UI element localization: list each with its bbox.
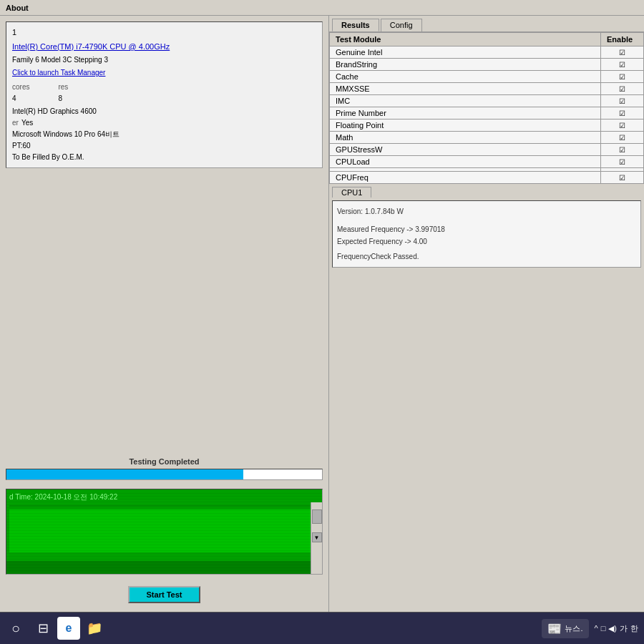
tab-results[interactable]: Results [332,19,379,31]
log-timestamp: d Time: 2024-10-18 오전 10:49:22 [9,492,319,502]
cpu-tab-bar: CPU1 [332,187,641,197]
module-enable-checkbox[interactable]: ☑ [601,119,644,132]
explorer-icon[interactable]: 📁 [83,617,106,640]
start-button[interactable]: ○ [6,618,26,638]
cpu-freq-result: FrequencyCheck Passed. [337,250,636,263]
cpu-os: Microsoft Windows 10 Pro 64비트 [12,129,316,140]
cpu-count: 1 [12,26,316,39]
checkbox-mark: ☑ [619,97,625,105]
cpu-detail-box: Version: 1.0.7.84b W Measured Frequency … [332,200,641,268]
cpu-family: Family 6 Model 3C Stepping 3 [12,54,316,66]
checkbox-mark: ☑ [619,49,625,57]
module-name: Math [330,132,601,144]
module-enable-checkbox[interactable]: ☑ [601,83,644,95]
log-scrollbar[interactable]: ▼ [311,502,322,574]
checkbox-mark: ☑ [619,122,625,130]
testing-section: Testing Completed [6,454,323,489]
progress-bar-container [6,469,323,480]
checkbox-mark: ☑ [619,61,625,69]
checkbox-mark: ☑ [619,146,625,154]
cpu-virt-value: Yes [21,117,33,129]
checkbox-mark: ☑ [619,158,625,166]
module-name: MMXSSE [330,83,601,95]
module-name: Genuine Intel [330,47,601,59]
taskbar-right: 📰 뉴스. ^ □ ◀) 가 한 [542,619,638,638]
testing-status: Testing Completed [6,457,323,466]
test-modules-table: Test Module Enable Genuine Intel☑BrandSt… [329,32,644,184]
module-name: GPUStressW [330,144,601,156]
module-name: Prime Number [330,107,601,119]
cpu-info-section: 1 Intel(R) Core(TM) i7-4790K CPU @ 4.00G… [6,21,323,168]
window-title: About [6,4,29,12]
cpu-gpu: Intel(R) HD Graphics 4600 [12,106,316,117]
cpu-expected-freq: Expected Frequency -> 4.00 [337,235,636,248]
news-icon: 📰 [547,622,562,635]
checkbox-mark: ☑ [619,174,625,182]
col-enable: Enable [601,33,644,47]
ie-icon[interactable]: e [57,617,80,640]
table-row: IMC☑ [330,95,644,107]
cpu-cores-value: 4 [12,93,29,104]
progress-bar-fill [6,469,243,479]
cpu-virt-label: er [12,117,19,129]
taskbar-pinned: ⊟ e 📁 [31,617,106,640]
module-name: Cache [330,71,601,83]
tray-sound[interactable]: ◀) [608,624,617,633]
module-enable-checkbox[interactable]: ☑ [601,59,644,71]
table-row: GPUStressW☑ [330,144,644,156]
cpu-cores-label: cores [12,82,29,93]
cpu-pt: PT:60 [12,140,316,152]
module-enable-checkbox[interactable]: ☑ [601,144,644,156]
table-row: Floating Point☑ [330,119,644,132]
checkbox-mark: ☑ [619,85,625,93]
start-test-button[interactable]: Start Test [128,586,201,603]
module-enable-checkbox[interactable]: ☑ [601,156,644,168]
tray-icons: ^ □ ◀) 가 한 [595,623,639,634]
table-row: CPULoad☑ [330,156,644,168]
taskview-icon[interactable]: ⊟ [31,617,54,640]
tabs-bar: Results Config [329,16,644,32]
module-enable-checkbox[interactable]: ☑ [601,132,644,144]
module-enable-checkbox[interactable]: ☑ [601,47,644,59]
table-row: BrandString☑ [330,59,644,71]
checkbox-mark: ☑ [619,73,625,81]
log-content: d Time: 2024-10-18 오전 10:49:22 [6,489,322,561]
news-widget[interactable]: 📰 뉴스. [542,619,588,638]
table-row: MMXSSE☑ [330,83,644,95]
col-test-module: Test Module [330,33,601,47]
table-row: CPUFreq☑ [330,172,644,184]
modules-table-container: Test Module Enable Genuine Intel☑BrandSt… [329,32,644,184]
checkbox-mark: ☑ [619,134,625,142]
cpu1-tab[interactable]: CPU1 [332,187,371,197]
module-enable-checkbox[interactable]: ☑ [601,95,644,107]
checkbox-mark: ☑ [619,109,625,117]
log-area: d Time: 2024-10-18 오전 10:49:22 ▼ [6,489,323,575]
cpu-version: Version: 1.0.7.84b W [337,205,636,218]
module-name: CPUFreq [330,172,601,184]
taskbar: ○ ⊟ e 📁 📰 뉴스. ^ □ ◀) 가 한 [0,612,644,644]
module-name: IMC [330,95,601,107]
module-enable-checkbox[interactable]: ☑ [601,172,644,184]
cpu-threads-value: 8 [58,93,68,104]
task-manager-link[interactable]: Click to launch Task Manager [12,67,316,79]
tray-expand[interactable]: ^ [595,624,598,633]
tray-display[interactable]: □ [601,624,606,633]
cpu-name-link[interactable]: Intel(R) Core(TM) i7-4790K CPU @ 4.00GHz [12,41,316,54]
module-enable-checkbox[interactable]: ☑ [601,71,644,83]
tray-input[interactable]: 한 [630,623,638,634]
module-name: CPULoad [330,156,601,168]
tray-lang[interactable]: 가 [620,623,628,634]
news-text: 뉴스. [565,623,582,634]
module-name: BrandString [330,59,601,71]
module-name: Floating Point [330,119,601,132]
table-row: Cache☑ [330,71,644,83]
table-row: Prime Number☑ [330,107,644,119]
right-panel: Results Config Test Module Enable Genu [329,16,644,612]
title-bar: About [0,0,644,16]
table-row: Genuine Intel☑ [330,47,644,59]
cpu-details: CPU1 Version: 1.0.7.84b W Measured Frequ… [329,184,644,612]
cpu-board: To Be Filled By O.E.M. [12,152,316,163]
tab-config[interactable]: Config [381,19,422,31]
cpu-measured-freq: Measured Frequency -> 3.997018 [337,223,636,235]
module-enable-checkbox[interactable]: ☑ [601,107,644,119]
